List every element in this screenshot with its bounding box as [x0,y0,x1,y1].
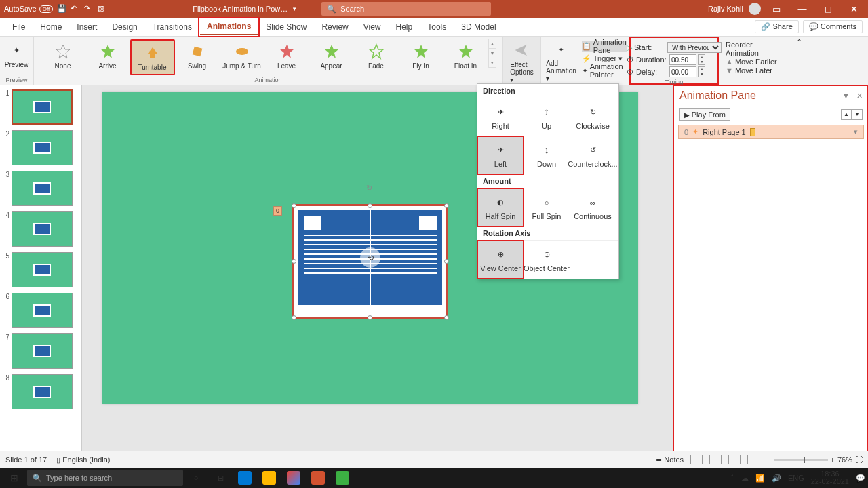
startshow-icon[interactable]: ▧ [98,4,107,14]
amount-halfspin[interactable]: ◐Half Spin [477,188,524,226]
anim-swing[interactable]: Swing [175,39,220,73]
thumb-7[interactable] [12,333,73,369]
duration-spinner[interactable]: ▲▼ [698,54,705,65]
tab-tools[interactable]: Tools [420,20,453,35]
effect-options-button[interactable]: EffectOptions ▾ [506,39,537,85]
tab-animations[interactable]: Animations [200,19,258,35]
tab-3dmodel[interactable]: 3D Model [454,20,502,35]
preview-button[interactable]: ✦ Preview [1,39,33,70]
edge-icon[interactable] [233,468,256,488]
tab-review[interactable]: Review [315,20,355,35]
direction-down[interactable]: ⤵Down [524,136,570,174]
add-animation-button[interactable]: ✦ AddAnimation ▾ [542,39,580,83]
tab-insert[interactable]: Insert [70,20,104,35]
slide-editor[interactable]: 0 ↻ ⟲ Direction ✈Right ⤴Up ↻Clockwise [81,85,673,471]
animation-order-tag[interactable]: 0 [273,206,282,216]
duration-input[interactable] [669,54,696,65]
notes-button[interactable]: ≣ Notes [656,455,684,464]
taskview-icon[interactable]: ⊟ [209,468,232,488]
anim-none[interactable]: None [41,39,85,73]
thumb-3[interactable] [12,171,73,206]
tab-file[interactable]: File [5,20,32,35]
amount-fullspin[interactable]: ○Full Spin [524,188,570,226]
action-center-icon[interactable]: 💬 [856,474,865,483]
chrome-icon[interactable] [282,468,305,488]
zoom-control[interactable]: −+ 76% ⛶ [766,455,863,464]
tab-help[interactable]: Help [389,20,420,35]
tab-transitions[interactable]: Transitions [146,20,199,35]
search-box[interactable]: 🔍 Search [321,2,491,16]
amount-continuous[interactable]: ∞Continuous [570,188,616,226]
gallery-scroll[interactable]: ▲▼▾ [488,39,496,68]
cortana-icon[interactable]: ○ [184,468,208,488]
account-name[interactable]: Rajiv Kohli [708,5,743,13]
thumb-1[interactable] [12,89,73,125]
anim-arrive[interactable]: Arrive [85,39,130,73]
direction-counterclockwise[interactable]: ↺Counterclock... [570,136,616,174]
anim-turntable[interactable]: Turntable [130,39,175,75]
item-dropdown-icon[interactable]: ▾ [854,127,858,136]
undo-icon[interactable]: ↶ [71,4,80,14]
move-up-icon[interactable]: ▲ [841,109,852,120]
start-button[interactable]: ⊞ [3,468,26,488]
tab-view[interactable]: View [357,20,388,35]
animation-pane-toggle[interactable]: 📋 Animation Pane [582,41,627,52]
slide-thumbnails[interactable]: 1★ 2★ 3★ 4★ 5★ 6★ 7★ 8★ [0,85,81,471]
direction-clockwise[interactable]: ↻Clockwise [570,98,616,136]
comments-button[interactable]: 💬 Comments [803,20,863,33]
anim-flyin[interactable]: Fly In [399,39,443,73]
axis-viewcenter[interactable]: ⊕View Center [477,241,524,279]
play-from-button[interactable]: ▶ Play From [679,108,730,121]
avatar[interactable] [749,3,761,15]
pane-close-icon[interactable]: ✕ [856,92,863,100]
taskbar-search[interactable]: 🔍Type here to search [27,470,183,486]
slide-counter[interactable]: Slide 1 of 17 [5,455,47,464]
rotate-handle-icon[interactable]: ↻ [366,184,372,192]
share-button[interactable]: 🔗 Share [755,20,798,33]
animation-gallery[interactable]: None Arrive Turntable Swing Jump & Turn … [41,39,496,75]
powerpoint-icon[interactable] [307,468,330,488]
tab-design[interactable]: Design [105,20,144,35]
explorer-icon[interactable] [258,468,281,488]
anim-appear[interactable]: Appear [309,39,354,73]
minimize-button[interactable]: — [792,4,812,14]
redo-icon[interactable]: ↷ [84,4,94,14]
animation-painter-button[interactable]: ✦ Animation Painter [582,65,627,76]
anim-floatin[interactable]: Float In [443,39,488,73]
wifi-icon[interactable]: 📶 [755,474,765,483]
delay-spinner[interactable]: ▲▼ [698,66,705,77]
normal-view-icon[interactable] [690,455,703,464]
maximize-button[interactable]: ◻ [818,4,838,14]
volume-icon[interactable]: 🔊 [772,474,781,483]
selected-shape-book[interactable]: ⟲ [292,204,448,319]
anim-jumpturn[interactable]: Jump & Turn [220,39,264,73]
delay-input[interactable] [669,66,696,77]
tray-overflow-icon[interactable]: ˄ [730,474,734,483]
tab-home[interactable]: Home [33,20,68,35]
tray-date[interactable]: 22-02-2021 [811,478,849,485]
thumb-6[interactable] [12,293,73,328]
tab-slideshow[interactable]: Slide Show [259,20,313,35]
thumb-8[interactable] [12,374,73,409]
onedrive-icon[interactable]: ☁ [741,474,749,483]
axis-objectcenter[interactable]: ⊙Object Center [524,241,570,279]
windows-taskbar[interactable]: ⊞ 🔍Type here to search ○ ⊟ ˄ ☁ 📶 🔊 ENG 1… [0,468,868,488]
fit-to-window-icon[interactable]: ⛶ [855,455,863,464]
pane-options-icon[interactable]: ▼ [842,92,850,100]
collapse-ribbon-icon[interactable]: ⌃ [793,37,804,47]
thumb-4[interactable] [12,211,73,247]
language-tray[interactable]: ENG [788,474,804,482]
language-indicator[interactable]: ▯ English (India) [56,455,110,464]
autosave-toggle[interactable]: AutoSave Off [4,5,53,13]
start-select[interactable]: With Previous [667,42,722,53]
move-down-icon[interactable]: ▼ [852,109,863,120]
ribbon-mode-icon[interactable]: ▭ [766,4,787,14]
close-button[interactable]: ✕ [844,4,864,14]
save-icon[interactable]: 💾 [57,4,66,14]
timing-bar[interactable] [750,128,755,136]
reading-view-icon[interactable] [728,455,741,464]
slideshow-view-icon[interactable] [747,455,760,464]
anim-leave[interactable]: Leave [264,39,309,73]
direction-up[interactable]: ⤴Up [524,98,570,136]
camtasia-icon[interactable] [331,468,354,488]
